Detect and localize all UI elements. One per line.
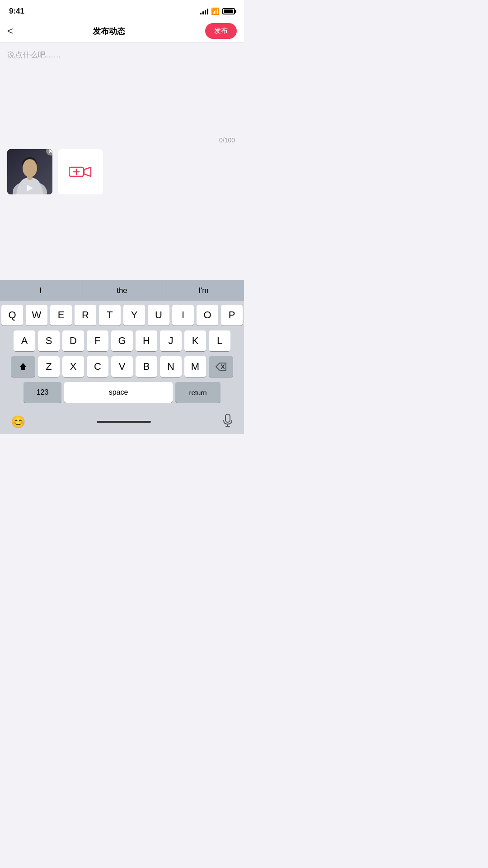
keyboard-bottom-bar: 😊 [0,410,244,434]
key-P[interactable]: P [221,305,243,326]
key-row-2: A S D F G H J K L [1,330,243,351]
key-row-4: 123 space return [1,382,243,403]
suggestion-the[interactable]: the [81,280,163,301]
keyboard: I the I'm Q W E R T Y U I O P A S D F [0,280,244,434]
key-row-1: Q W E R T Y U I O P [1,305,243,326]
key-Y[interactable]: Y [123,305,145,326]
key-G[interactable]: G [111,330,133,351]
mic-button[interactable] [222,414,233,429]
emoji-button[interactable]: 😊 [11,415,25,429]
key-J[interactable]: J [160,330,182,351]
battery-icon [222,8,235,14]
signal-icon [200,8,208,14]
media-area [7,149,237,194]
content-area: 说点什么吧…… 0/100 [0,42,244,250]
key-A[interactable]: A [14,330,35,351]
microphone-icon [222,414,233,427]
space-key[interactable]: space [64,382,173,403]
status-bar: 9:41 📶 [0,0,244,20]
home-indicator [97,421,151,423]
shift-icon [19,362,28,371]
key-I[interactable]: I [172,305,194,326]
svg-rect-12 [225,414,230,422]
key-W[interactable]: W [26,305,47,326]
play-icon [27,184,33,192]
char-count: 0/100 [7,137,237,144]
status-time: 9:41 [9,7,24,16]
key-V[interactable]: V [111,356,133,377]
key-F[interactable]: F [87,330,108,351]
key-N[interactable]: N [160,356,182,377]
back-button[interactable]: < [7,25,13,37]
key-M[interactable]: M [184,356,206,377]
key-E[interactable]: E [50,305,72,326]
key-U[interactable]: U [148,305,169,326]
key-T[interactable]: T [99,305,121,326]
suggestion-im[interactable]: I'm [163,280,244,301]
status-icons: 📶 [200,7,235,15]
suggestions-bar: I the I'm [0,280,244,301]
key-X[interactable]: X [62,356,84,377]
key-Z[interactable]: Z [38,356,60,377]
add-video-button[interactable] [58,149,103,194]
publish-button[interactable]: 发布 [205,23,237,39]
keys-section: Q W E R T Y U I O P A S D F G H J K L [0,301,244,410]
suggestion-I[interactable]: I [0,280,81,301]
return-key[interactable]: return [175,382,221,403]
nav-bar: < 发布动态 发布 [0,20,244,42]
wifi-icon: 📶 [211,7,220,15]
key-Q[interactable]: Q [1,305,23,326]
key-row-3: Z X C V B N M [1,356,243,377]
key-B[interactable]: B [136,356,157,377]
key-H[interactable]: H [136,330,157,351]
post-text-input[interactable] [7,50,237,131]
key-S[interactable]: S [38,330,60,351]
key-D[interactable]: D [62,330,84,351]
num-key[interactable]: 123 [23,382,61,403]
svg-point-5 [30,165,37,172]
backspace-key[interactable] [209,356,233,377]
key-O[interactable]: O [197,305,218,326]
key-C[interactable]: C [87,356,108,377]
svg-marker-9 [19,363,27,370]
image-thumbnail[interactable] [7,149,52,194]
shift-key[interactable] [11,356,35,377]
video-camera-icon [69,165,92,178]
key-K[interactable]: K [184,330,206,351]
key-R[interactable]: R [75,305,96,326]
backspace-icon [216,363,226,371]
page-title: 发布动态 [93,26,125,37]
key-L[interactable]: L [209,330,230,351]
